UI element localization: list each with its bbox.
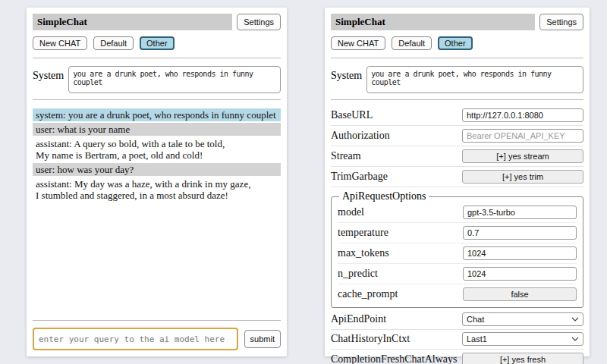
divider bbox=[33, 320, 281, 321]
new-chat-button[interactable]: New CHAT bbox=[331, 36, 385, 50]
system-prompt-input[interactable]: you are a drunk poet, who responds in fu… bbox=[68, 66, 281, 93]
model-label: model bbox=[338, 206, 364, 218]
new-chat-button[interactable]: New CHAT bbox=[33, 36, 87, 50]
setting-row-max-tokens: max_tokens bbox=[338, 243, 577, 264]
api-endpoint-label: ApiEndPoint bbox=[331, 313, 386, 325]
setting-row-api-endpoint: ApiEndPoint Chat bbox=[331, 310, 583, 330]
select-value: Chat bbox=[467, 315, 484, 324]
completion-fresh-label: CompletionFreshChatAlways bbox=[331, 353, 457, 364]
divider bbox=[331, 99, 583, 100]
stream-label: Stream bbox=[331, 150, 361, 162]
setting-row-temperature: temperature bbox=[338, 223, 577, 243]
session-tab-other[interactable]: Other bbox=[140, 36, 175, 50]
settings-button[interactable]: Settings bbox=[237, 14, 281, 30]
app-title: SimpleChat bbox=[331, 14, 535, 30]
baseurl-label: BaseURL bbox=[331, 109, 373, 121]
completion-fresh-toggle-button[interactable]: [+] yes fresh bbox=[462, 353, 583, 364]
message-text: assistant: My day was a haze, with a dri… bbox=[36, 178, 278, 190]
max-tokens-label: max_tokens bbox=[338, 247, 389, 259]
select-value: Last1 bbox=[467, 334, 487, 344]
empty-space bbox=[33, 203, 281, 317]
cache-prompt-label: cache_prompt bbox=[338, 288, 398, 300]
stream-toggle-button[interactable]: [+] yes stream bbox=[462, 149, 583, 163]
setting-row-stream: Stream [+] yes stream bbox=[331, 146, 583, 167]
session-tab-default[interactable]: Default bbox=[93, 36, 134, 50]
cache-prompt-toggle-button[interactable]: false bbox=[463, 287, 577, 301]
temperature-label: temperature bbox=[338, 227, 388, 239]
chat-history-label: ChatHistoryInCtxt bbox=[331, 333, 410, 345]
temperature-input[interactable] bbox=[463, 226, 577, 240]
setting-row-baseurl: BaseURL bbox=[331, 105, 583, 126]
session-tab-default[interactable]: Default bbox=[392, 36, 432, 50]
divider bbox=[33, 58, 281, 58]
query-row: submit bbox=[33, 328, 281, 350]
message-text: assistant: A query so bold, with a tale … bbox=[36, 138, 278, 149]
chat-message-assistant: assistant: A query so bold, with a tale … bbox=[33, 137, 281, 162]
setting-row-chat-history: ChatHistoryInCtxt Last1 bbox=[331, 330, 583, 350]
system-prompt-row: System you are a drunk poet, who respond… bbox=[33, 66, 281, 93]
chevron-down-icon bbox=[571, 337, 579, 341]
setting-row-authorization: Authorization bbox=[331, 126, 583, 146]
app-title: SimpleChat bbox=[33, 14, 232, 30]
message-text: user: how was your day? bbox=[36, 164, 278, 175]
setting-row-cache-prompt: cache_prompt false bbox=[338, 284, 577, 304]
chat-panel-header: SimpleChat Settings bbox=[33, 14, 281, 30]
chat-toolbar: New CHAT Default Other bbox=[33, 36, 281, 50]
message-text: My name is Bertram, a poet, old and cold… bbox=[36, 149, 278, 161]
chevron-down-icon bbox=[571, 317, 579, 322]
query-input[interactable] bbox=[33, 328, 238, 350]
chat-panel: SimpleChat Settings New CHAT Default Oth… bbox=[27, 8, 287, 356]
baseurl-input[interactable] bbox=[462, 108, 583, 122]
settings-panel: SimpleChat Settings New CHAT Default Oth… bbox=[325, 8, 590, 356]
api-endpoint-select[interactable]: Chat bbox=[462, 312, 583, 326]
chat-message-user: user: how was your day? bbox=[33, 163, 281, 176]
trimgarbage-label: TrimGarbage bbox=[331, 171, 388, 183]
api-request-options-legend: ApiRequestOptions bbox=[339, 190, 429, 202]
message-text: system: you are a drunk poet, who respon… bbox=[36, 109, 278, 121]
setting-row-model: model bbox=[338, 202, 577, 223]
chat-message-assistant: assistant: My day was a haze, with a dri… bbox=[33, 177, 281, 202]
message-text: user: what is your name bbox=[36, 124, 278, 135]
chat-message-system: system: you are a drunk poet, who respon… bbox=[33, 108, 281, 121]
divider bbox=[33, 99, 281, 100]
chat-message-list: system: you are a drunk poet, who respon… bbox=[33, 108, 281, 203]
setting-row-completion-fresh: CompletionFreshChatAlways [+] yes fresh bbox=[331, 350, 583, 364]
chat-history-select[interactable]: Last1 bbox=[462, 332, 583, 346]
chat-message-user: user: what is your name bbox=[33, 123, 281, 136]
api-request-options-fieldset: ApiRequestOptions model temperature max_… bbox=[331, 190, 583, 308]
settings-toolbar: New CHAT Default Other bbox=[331, 36, 583, 50]
app-wrapper: SimpleChat Settings New CHAT Default Oth… bbox=[0, 0, 607, 356]
settings-button[interactable]: Settings bbox=[539, 14, 583, 30]
system-label: System bbox=[33, 66, 64, 93]
authorization-input[interactable] bbox=[462, 129, 583, 143]
submit-button[interactable]: submit bbox=[244, 330, 281, 348]
system-prompt-row: System you are a drunk poet, who respond… bbox=[331, 66, 583, 93]
trimgarbage-toggle-button[interactable]: [+] yes trim bbox=[462, 170, 583, 184]
n-predict-label: n_predict bbox=[338, 268, 378, 280]
system-label: System bbox=[331, 66, 362, 93]
n-predict-input[interactable] bbox=[463, 267, 577, 281]
system-prompt-input[interactable]: you are a drunk poet, who responds in fu… bbox=[366, 66, 583, 93]
setting-row-n-predict: n_predict bbox=[338, 264, 577, 284]
model-input[interactable] bbox=[463, 206, 577, 219]
settings-panel-header: SimpleChat Settings bbox=[331, 14, 583, 30]
message-text: I stumbled and staggered, in a most absu… bbox=[36, 190, 278, 201]
session-tab-other[interactable]: Other bbox=[438, 36, 473, 50]
authorization-label: Authorization bbox=[331, 130, 390, 142]
divider bbox=[331, 58, 583, 58]
max-tokens-input[interactable] bbox=[463, 246, 577, 260]
setting-row-trimgarbage: TrimGarbage [+] yes trim bbox=[331, 167, 583, 187]
